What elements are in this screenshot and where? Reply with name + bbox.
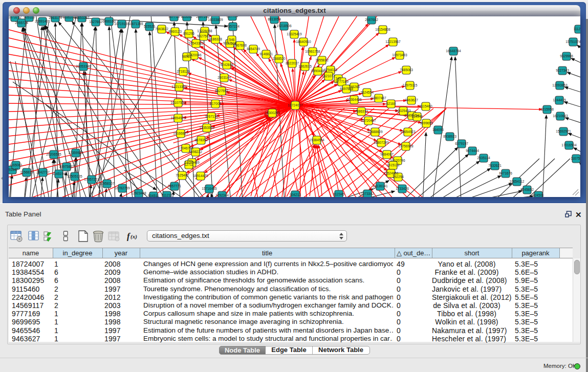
svg-text:10688609: 10688609 — [367, 130, 383, 134]
svg-text:8938923: 8938923 — [443, 135, 456, 138]
svg-text:1073152: 1073152 — [9, 16, 21, 19]
svg-text:15720407: 15720407 — [361, 119, 376, 122]
svg-text:13226058: 13226058 — [197, 29, 212, 33]
svg-text:924501: 924501 — [533, 193, 544, 197]
svg-text:8427552: 8427552 — [215, 89, 228, 93]
svg-text:2055724: 2055724 — [15, 21, 28, 25]
svg-text:17957253: 17957253 — [84, 178, 99, 181]
svg-text:9777169: 9777169 — [335, 80, 349, 83]
svg-text:2803144: 2803144 — [217, 76, 231, 79]
svg-text:9227343: 9227343 — [556, 69, 569, 72]
svg-text:746266: 746266 — [349, 85, 360, 89]
svg-text:10120746: 10120746 — [390, 159, 405, 162]
svg-text:1733426: 1733426 — [396, 187, 409, 190]
svg-text:20364436: 20364436 — [346, 98, 362, 101]
svg-text:8454749: 8454749 — [247, 47, 260, 51]
svg-text:8471676: 8471676 — [499, 171, 512, 175]
svg-text:18640910: 18640910 — [296, 40, 311, 43]
svg-text:1527602: 1527602 — [89, 20, 102, 24]
svg-text:1186375: 1186375 — [62, 16, 76, 19]
svg-text:19975887: 19975887 — [59, 165, 74, 168]
svg-text:16782759: 16782759 — [115, 186, 130, 190]
svg-text:9463627: 9463627 — [405, 98, 418, 102]
svg-text:19756928: 19756928 — [398, 144, 413, 148]
svg-text:18807249: 18807249 — [374, 141, 389, 144]
svg-text:12711: 12711 — [184, 163, 193, 166]
svg-text:811211: 811211 — [161, 193, 172, 197]
svg-text:18300295: 18300295 — [265, 111, 280, 115]
svg-text:16107553: 16107553 — [170, 101, 186, 104]
svg-text:2097146: 2097146 — [196, 16, 209, 18]
svg-text:9857771: 9857771 — [168, 184, 181, 188]
svg-text:13524851: 13524851 — [383, 171, 399, 175]
svg-text:3267130: 3267130 — [205, 115, 218, 118]
svg-text:13353594: 13353594 — [199, 126, 214, 129]
svg-text:3215958: 3215958 — [540, 107, 554, 111]
svg-text:12213389: 12213389 — [171, 85, 187, 89]
svg-text:12505135: 12505135 — [67, 174, 82, 178]
svg-text:12213967: 12213967 — [385, 40, 401, 43]
svg-text:1621072: 1621072 — [322, 74, 335, 78]
svg-text:904213: 904213 — [290, 193, 301, 196]
svg-text:20053346: 20053346 — [76, 64, 91, 68]
svg-text:7955812: 7955812 — [315, 58, 329, 62]
svg-text:19654923: 19654923 — [400, 130, 416, 134]
svg-text:16648784: 16648784 — [446, 49, 461, 53]
svg-text:7632621: 7632621 — [488, 164, 502, 167]
svg-text:1615112: 1615112 — [386, 163, 400, 167]
svg-text:2342737: 2342737 — [36, 170, 50, 174]
svg-text:10807487: 10807487 — [371, 96, 386, 100]
svg-text:252254: 252254 — [393, 175, 404, 179]
svg-text:1588520: 1588520 — [272, 57, 286, 60]
svg-text:16033809: 16033809 — [208, 18, 223, 21]
svg-text:10958107: 10958107 — [99, 182, 115, 185]
svg-text:12975115: 12975115 — [403, 83, 418, 87]
svg-text:817704: 817704 — [227, 16, 238, 18]
svg-text:9474444: 9474444 — [466, 149, 479, 152]
svg-text:8878352: 8878352 — [194, 138, 208, 142]
svg-text:817004: 817004 — [210, 102, 221, 105]
svg-text:6379197: 6379197 — [455, 142, 468, 145]
svg-text:116753: 116753 — [571, 157, 580, 160]
svg-text:8322037: 8322037 — [286, 61, 299, 65]
svg-text:62160: 62160 — [386, 102, 396, 105]
svg-text:1292344: 1292344 — [215, 193, 229, 197]
svg-text:19218506: 19218506 — [276, 24, 292, 28]
svg-text:7886372: 7886372 — [355, 110, 368, 113]
svg-text:1362615: 1362615 — [298, 64, 312, 68]
svg-text:16914479: 16914479 — [193, 174, 208, 178]
svg-text:9245652: 9245652 — [520, 188, 534, 191]
svg-text:7357224: 7357224 — [226, 25, 239, 28]
svg-text:2087682: 2087682 — [365, 18, 378, 21]
svg-text:164093: 164093 — [432, 128, 444, 132]
svg-text:2063174: 2063174 — [49, 16, 62, 19]
svg-text:812345: 812345 — [333, 192, 344, 196]
svg-text:13325419: 13325419 — [287, 32, 302, 36]
svg-text:15692971: 15692971 — [556, 129, 571, 133]
svg-text:1244415: 1244415 — [553, 98, 566, 102]
svg-text:6794028: 6794028 — [324, 68, 337, 72]
svg-text:1145194: 1145194 — [52, 172, 66, 176]
svg-text:10653287: 10653287 — [74, 16, 90, 19]
svg-text:6966160: 6966160 — [102, 19, 116, 23]
svg-text:815531: 815531 — [181, 16, 192, 18]
svg-text:9329966: 9329966 — [560, 54, 573, 58]
svg-text:391547: 391547 — [9, 168, 18, 171]
svg-text:7663822: 7663822 — [155, 27, 168, 31]
svg-text:8813054: 8813054 — [268, 17, 281, 21]
svg-text:20206535: 20206535 — [46, 152, 61, 156]
svg-text:134944: 134944 — [411, 115, 423, 118]
svg-text:16154808: 16154808 — [375, 28, 390, 31]
svg-text:10654112: 10654112 — [510, 180, 525, 183]
svg-text:19166827: 19166827 — [173, 132, 188, 135]
svg-text:2967608: 2967608 — [233, 43, 247, 47]
svg-text:546: 546 — [229, 38, 234, 41]
svg-text:19654923: 19654923 — [170, 116, 186, 120]
svg-text:1156819: 1156819 — [20, 170, 33, 174]
svg-text:9884067: 9884067 — [380, 152, 394, 156]
svg-text:9146821: 9146821 — [259, 52, 273, 56]
svg-text:20691406: 20691406 — [35, 19, 50, 23]
svg-text:12093853: 12093853 — [552, 83, 568, 87]
svg-text:9242848: 9242848 — [220, 63, 233, 67]
svg-text:8990448: 8990448 — [311, 69, 324, 73]
